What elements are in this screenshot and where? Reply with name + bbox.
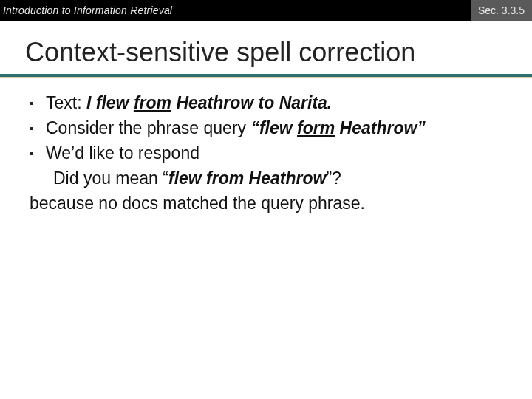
text-italic-bold: I flew xyxy=(86,93,134,112)
text-italic-bold: “flew xyxy=(250,118,297,137)
content-area: ▪ Text: I flew from Heathrow to Narita. … xyxy=(0,78,532,214)
text-italic-bold-underline: from xyxy=(134,93,171,112)
bullet-text: We’d like to respond xyxy=(46,143,502,165)
text: Text: xyxy=(46,93,86,112)
bullet-text: Text: I flew from Heathrow to Narita. xyxy=(46,92,502,115)
text-italic-bold: flew from Heathrow xyxy=(168,168,326,188)
header-bar: Introduction to Information Retrieval Se… xyxy=(0,0,532,21)
bullet-marker: ▪ xyxy=(30,92,46,112)
bullet-text: Consider the phrase query “flew form Hea… xyxy=(46,117,502,140)
text: ”? xyxy=(326,168,341,188)
text: Did you mean “ xyxy=(53,168,168,188)
text-italic-bold: Heathrow” xyxy=(335,118,426,137)
response-line: Did you mean “flew from Heathrow”? xyxy=(30,168,502,190)
course-title: Introduction to Information Retrieval xyxy=(0,4,172,16)
bullet-marker: ▪ xyxy=(30,117,46,137)
slide-title: Context-sensitive spell correction xyxy=(0,21,532,72)
bullet-marker: ▪ xyxy=(30,143,46,162)
bullet-item: ▪ Text: I flew from Heathrow to Narita. xyxy=(30,92,502,115)
bullet-item: ▪ We’d like to respond xyxy=(30,143,502,165)
section-badge: Sec. 3.3.5 xyxy=(471,0,532,21)
bullet-item: ▪ Consider the phrase query “flew form H… xyxy=(30,117,502,140)
text-italic-bold-underline: form xyxy=(297,118,335,137)
text: Consider the phrase query xyxy=(46,118,250,137)
reason-line: because no docs matched the query phrase… xyxy=(30,193,502,215)
text-italic-bold: Heathrow to Narita. xyxy=(171,93,332,112)
